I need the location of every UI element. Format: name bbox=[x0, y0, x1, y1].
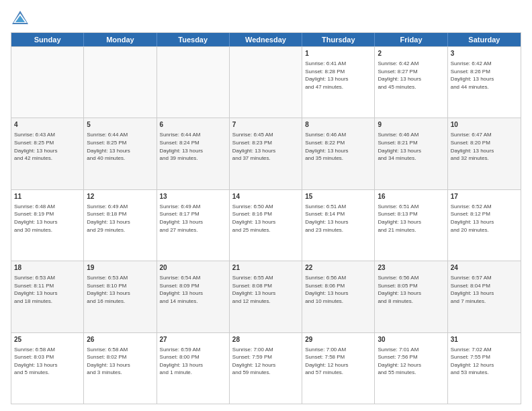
calendar-row-3: 11Sunrise: 6:48 AM Sunset: 8:19 PM Dayli… bbox=[11, 189, 521, 261]
calendar-day-7: 7Sunrise: 6:45 AM Sunset: 8:23 PM Daylig… bbox=[230, 118, 302, 189]
day-info: Sunrise: 6:54 AM Sunset: 8:09 PM Dayligh… bbox=[160, 274, 226, 305]
day-info: Sunrise: 6:49 AM Sunset: 8:18 PM Dayligh… bbox=[87, 203, 153, 234]
calendar-row-4: 18Sunrise: 6:53 AM Sunset: 8:11 PM Dayli… bbox=[11, 261, 521, 332]
calendar-day-24: 24Sunrise: 6:57 AM Sunset: 8:04 PM Dayli… bbox=[448, 261, 521, 332]
day-info: Sunrise: 7:02 AM Sunset: 7:55 PM Dayligh… bbox=[451, 346, 518, 377]
calendar-empty-cell bbox=[157, 47, 230, 118]
calendar-day-31: 31Sunrise: 7:02 AM Sunset: 7:55 PM Dayli… bbox=[448, 333, 521, 404]
day-number: 3 bbox=[451, 49, 518, 58]
calendar-day-12: 12Sunrise: 6:49 AM Sunset: 8:18 PM Dayli… bbox=[84, 190, 157, 261]
day-info: Sunrise: 6:44 AM Sunset: 8:25 PM Dayligh… bbox=[87, 131, 153, 162]
day-info: Sunrise: 6:55 AM Sunset: 8:08 PM Dayligh… bbox=[232, 274, 299, 305]
calendar-day-18: 18Sunrise: 6:53 AM Sunset: 8:11 PM Dayli… bbox=[11, 261, 84, 332]
day-info: Sunrise: 6:42 AM Sunset: 8:27 PM Dayligh… bbox=[378, 60, 444, 91]
day-number: 1 bbox=[305, 49, 371, 58]
day-info: Sunrise: 7:01 AM Sunset: 7:56 PM Dayligh… bbox=[378, 346, 444, 377]
day-info: Sunrise: 7:00 AM Sunset: 7:58 PM Dayligh… bbox=[305, 346, 371, 377]
weekday-header-saturday: Saturday bbox=[448, 33, 521, 46]
calendar-header: SundayMondayTuesdayWednesdayThursdayFrid… bbox=[11, 33, 521, 46]
page-header bbox=[11, 8, 521, 27]
day-number: 23 bbox=[378, 263, 444, 273]
calendar-day-23: 23Sunrise: 6:56 AM Sunset: 8:05 PM Dayli… bbox=[375, 261, 447, 332]
day-info: Sunrise: 6:42 AM Sunset: 8:26 PM Dayligh… bbox=[451, 60, 518, 91]
day-number: 14 bbox=[232, 192, 299, 201]
calendar-day-4: 4Sunrise: 6:43 AM Sunset: 8:25 PM Daylig… bbox=[11, 118, 84, 189]
calendar-empty-cell bbox=[84, 47, 157, 118]
day-info: Sunrise: 6:47 AM Sunset: 8:20 PM Dayligh… bbox=[451, 131, 518, 162]
weekday-header-wednesday: Wednesday bbox=[230, 33, 302, 46]
logo bbox=[11, 8, 32, 27]
calendar-day-28: 28Sunrise: 7:00 AM Sunset: 7:59 PM Dayli… bbox=[230, 333, 302, 404]
weekday-header-tuesday: Tuesday bbox=[157, 33, 230, 46]
day-info: Sunrise: 6:59 AM Sunset: 8:00 PM Dayligh… bbox=[160, 346, 226, 377]
day-number: 6 bbox=[160, 120, 226, 130]
day-info: Sunrise: 6:46 AM Sunset: 8:22 PM Dayligh… bbox=[305, 131, 371, 162]
day-info: Sunrise: 6:41 AM Sunset: 8:28 PM Dayligh… bbox=[305, 60, 371, 91]
day-number: 21 bbox=[232, 263, 299, 273]
day-number: 4 bbox=[14, 120, 81, 130]
calendar-day-16: 16Sunrise: 6:51 AM Sunset: 8:13 PM Dayli… bbox=[375, 190, 447, 261]
logo-icon bbox=[11, 8, 30, 27]
day-number: 18 bbox=[14, 263, 81, 273]
calendar-day-29: 29Sunrise: 7:00 AM Sunset: 7:58 PM Dayli… bbox=[302, 333, 375, 404]
calendar-day-22: 22Sunrise: 6:56 AM Sunset: 8:06 PM Dayli… bbox=[302, 261, 375, 332]
calendar-day-19: 19Sunrise: 6:53 AM Sunset: 8:10 PM Dayli… bbox=[84, 261, 157, 332]
day-number: 24 bbox=[451, 263, 518, 273]
day-info: Sunrise: 6:51 AM Sunset: 8:14 PM Dayligh… bbox=[305, 203, 371, 234]
calendar-body: 1Sunrise: 6:41 AM Sunset: 8:28 PM Daylig… bbox=[11, 46, 521, 404]
day-number: 16 bbox=[378, 192, 444, 201]
calendar-day-1: 1Sunrise: 6:41 AM Sunset: 8:28 PM Daylig… bbox=[302, 47, 375, 118]
day-info: Sunrise: 6:49 AM Sunset: 8:17 PM Dayligh… bbox=[160, 203, 226, 234]
day-info: Sunrise: 6:56 AM Sunset: 8:05 PM Dayligh… bbox=[378, 274, 444, 305]
calendar-row-5: 25Sunrise: 6:58 AM Sunset: 8:03 PM Dayli… bbox=[11, 332, 521, 404]
calendar-day-9: 9Sunrise: 6:46 AM Sunset: 8:21 PM Daylig… bbox=[375, 118, 447, 189]
calendar-day-10: 10Sunrise: 6:47 AM Sunset: 8:20 PM Dayli… bbox=[448, 118, 521, 189]
day-number: 31 bbox=[451, 335, 518, 345]
day-info: Sunrise: 7:00 AM Sunset: 7:59 PM Dayligh… bbox=[232, 346, 299, 377]
day-number: 13 bbox=[160, 192, 226, 201]
day-info: Sunrise: 6:51 AM Sunset: 8:13 PM Dayligh… bbox=[378, 203, 444, 234]
day-number: 29 bbox=[305, 335, 371, 345]
day-number: 2 bbox=[378, 49, 444, 58]
calendar-day-26: 26Sunrise: 6:58 AM Sunset: 8:02 PM Dayli… bbox=[84, 333, 157, 404]
day-info: Sunrise: 6:56 AM Sunset: 8:06 PM Dayligh… bbox=[305, 274, 371, 305]
day-number: 25 bbox=[14, 335, 81, 345]
day-info: Sunrise: 6:46 AM Sunset: 8:21 PM Dayligh… bbox=[378, 131, 444, 162]
calendar-empty-cell bbox=[230, 47, 302, 118]
day-info: Sunrise: 6:53 AM Sunset: 8:10 PM Dayligh… bbox=[87, 274, 153, 305]
day-number: 15 bbox=[305, 192, 371, 201]
day-number: 10 bbox=[451, 120, 518, 130]
day-number: 26 bbox=[87, 335, 153, 345]
day-info: Sunrise: 6:58 AM Sunset: 8:02 PM Dayligh… bbox=[87, 346, 153, 377]
calendar-day-5: 5Sunrise: 6:44 AM Sunset: 8:25 PM Daylig… bbox=[84, 118, 157, 189]
calendar-day-2: 2Sunrise: 6:42 AM Sunset: 8:27 PM Daylig… bbox=[375, 47, 447, 118]
day-number: 11 bbox=[14, 192, 81, 201]
day-info: Sunrise: 6:58 AM Sunset: 8:03 PM Dayligh… bbox=[14, 346, 81, 377]
day-info: Sunrise: 6:45 AM Sunset: 8:23 PM Dayligh… bbox=[232, 131, 299, 162]
weekday-header-thursday: Thursday bbox=[302, 33, 375, 46]
weekday-header-sunday: Sunday bbox=[11, 33, 84, 46]
calendar-day-14: 14Sunrise: 6:50 AM Sunset: 8:16 PM Dayli… bbox=[230, 190, 302, 261]
calendar-day-27: 27Sunrise: 6:59 AM Sunset: 8:00 PM Dayli… bbox=[157, 333, 230, 404]
day-number: 30 bbox=[378, 335, 444, 345]
day-info: Sunrise: 6:52 AM Sunset: 8:12 PM Dayligh… bbox=[451, 203, 518, 234]
day-number: 7 bbox=[232, 120, 299, 130]
day-info: Sunrise: 6:57 AM Sunset: 8:04 PM Dayligh… bbox=[451, 274, 518, 305]
calendar-day-15: 15Sunrise: 6:51 AM Sunset: 8:14 PM Dayli… bbox=[302, 190, 375, 261]
calendar-day-6: 6Sunrise: 6:44 AM Sunset: 8:24 PM Daylig… bbox=[157, 118, 230, 189]
day-number: 19 bbox=[87, 263, 153, 273]
day-info: Sunrise: 6:50 AM Sunset: 8:16 PM Dayligh… bbox=[232, 203, 299, 234]
page-container: SundayMondayTuesdayWednesdayThursdayFrid… bbox=[0, 0, 532, 411]
day-info: Sunrise: 6:48 AM Sunset: 8:19 PM Dayligh… bbox=[14, 203, 81, 234]
day-number: 9 bbox=[378, 120, 444, 130]
calendar-day-25: 25Sunrise: 6:58 AM Sunset: 8:03 PM Dayli… bbox=[11, 333, 84, 404]
calendar: SundayMondayTuesdayWednesdayThursdayFrid… bbox=[11, 32, 521, 404]
calendar-day-20: 20Sunrise: 6:54 AM Sunset: 8:09 PM Dayli… bbox=[157, 261, 230, 332]
calendar-row-2: 4Sunrise: 6:43 AM Sunset: 8:25 PM Daylig… bbox=[11, 118, 521, 189]
day-info: Sunrise: 6:44 AM Sunset: 8:24 PM Dayligh… bbox=[160, 131, 226, 162]
weekday-header-monday: Monday bbox=[84, 33, 157, 46]
calendar-day-30: 30Sunrise: 7:01 AM Sunset: 7:56 PM Dayli… bbox=[375, 333, 447, 404]
calendar-day-3: 3Sunrise: 6:42 AM Sunset: 8:26 PM Daylig… bbox=[448, 47, 521, 118]
calendar-day-21: 21Sunrise: 6:55 AM Sunset: 8:08 PM Dayli… bbox=[230, 261, 302, 332]
day-number: 28 bbox=[232, 335, 299, 345]
